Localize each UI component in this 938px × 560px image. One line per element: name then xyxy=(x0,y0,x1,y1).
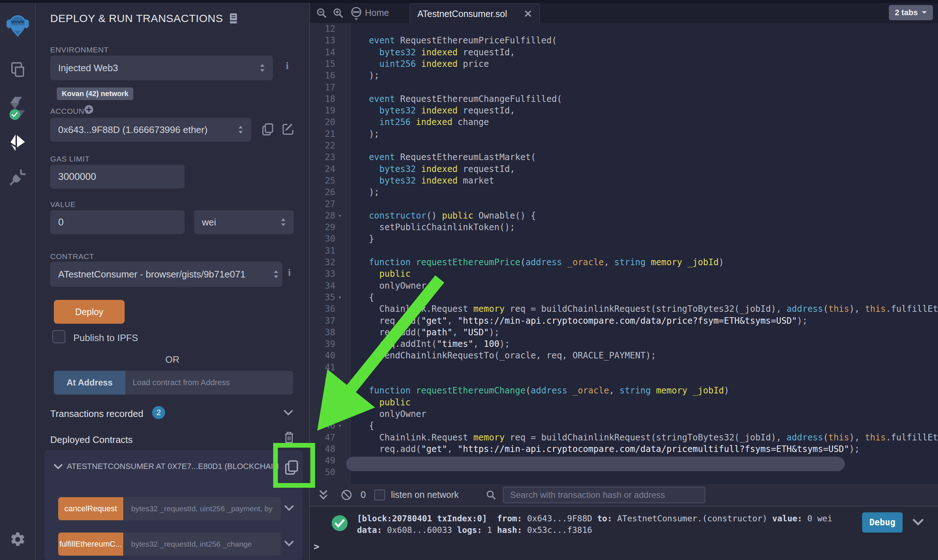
tx-log-line-1[interactable]: [block:20780401 txIndex:0] from: 0x643..… xyxy=(357,514,832,523)
instance-expand-chevron-icon[interactable] xyxy=(54,464,63,469)
value-input[interactable]: 0 xyxy=(50,210,185,234)
cancel-request-params-input[interactable]: bytes32 _requestId, uint256 _payment, by xyxy=(123,497,281,520)
environment-info-icon[interactable]: i xyxy=(286,60,289,72)
panel-title: DEPLOY & RUN TRANSACTIONS xyxy=(50,12,223,25)
value-amount: 0 xyxy=(58,217,64,228)
file-explorer-icon[interactable] xyxy=(0,61,35,80)
cancel-request-params: bytes32 _requestId, uint256 _payment, by xyxy=(131,505,272,513)
contract-label: CONTRACT xyxy=(50,252,94,261)
cancel-request-expand-chevron-icon[interactable] xyxy=(284,505,294,511)
tx-success-check-icon xyxy=(331,514,348,532)
deployed-contract-card: ATESTNETCONSUMER AT 0X7E7...E80D1 (BLOCK… xyxy=(45,450,303,560)
deploy-button[interactable]: Deploy xyxy=(54,300,125,324)
network-badge: Kovan (42) network xyxy=(57,88,133,100)
value-label: VALUE xyxy=(50,200,75,209)
environment-value: Injected Web3 xyxy=(58,63,118,74)
listen-network-checkbox[interactable] xyxy=(374,489,385,500)
copy-account-icon[interactable] xyxy=(260,122,275,137)
edit-account-icon[interactable] xyxy=(281,122,295,137)
select-updown-icon xyxy=(274,270,278,278)
contract-info-icon[interactable]: i xyxy=(288,267,291,278)
collapse-terminal-double-chevron-icon[interactable] xyxy=(319,489,328,500)
deploy-run-panel: DEPLOY & RUN TRANSACTIONS ENVIRONMENT In… xyxy=(36,3,310,560)
clear-deployed-trash-icon[interactable] xyxy=(284,431,294,444)
horizontal-scrollbar[interactable] xyxy=(346,457,845,471)
icon-sidebar xyxy=(0,3,36,560)
solidity-compiler-icon[interactable] xyxy=(0,96,35,117)
environment-label: ENVIRONMENT xyxy=(50,46,109,54)
code-lines[interactable]: 1213 event RequestEthereumPriceFulfilled… xyxy=(310,3,938,484)
search-icon xyxy=(486,489,497,500)
remix-logo-icon[interactable] xyxy=(0,13,35,40)
account-label: ACCOUNT xyxy=(50,107,89,115)
cancel-request-button[interactable]: cancelRequest xyxy=(58,497,123,520)
value-unit: wei xyxy=(202,217,216,228)
deploy-run-icon[interactable] xyxy=(0,134,35,152)
terminal-search-placeholder: Search with transaction hash or address xyxy=(510,490,665,500)
at-address-button[interactable]: At Address xyxy=(54,371,125,395)
transactions-count-badge: 2 xyxy=(152,406,165,419)
gas-limit-input[interactable]: 3000000 xyxy=(50,165,185,189)
annotation-highlight-box xyxy=(273,443,315,488)
terminal: 0 listen on network Search with transact… xyxy=(310,484,938,560)
select-updown-icon xyxy=(238,125,243,134)
transactions-recorded-label: Transactions recorded xyxy=(50,408,143,420)
at-address-placeholder: Load contract from Address xyxy=(132,378,230,387)
transactions-chevron-down-icon[interactable] xyxy=(284,410,293,415)
deployed-contracts-label: Deployed Contracts xyxy=(50,434,132,445)
contract-instance-title[interactable]: ATESTNETCONSUMER AT 0X7E7...E80D1 (BLOCK… xyxy=(67,462,278,471)
select-updown-icon xyxy=(260,64,265,72)
fulfill-ethereum-change-button[interactable]: fulfillEthereumC... xyxy=(58,532,123,556)
terminal-search-input[interactable]: Search with transaction hash or address xyxy=(503,487,705,503)
documentation-book-icon[interactable] xyxy=(229,13,238,24)
at-address-input[interactable]: Load contract from Address xyxy=(125,371,293,395)
log-expand-chevron-icon[interactable] xyxy=(913,519,924,525)
publish-ipfs-checkbox[interactable] xyxy=(52,330,65,343)
select-updown-icon xyxy=(281,218,286,226)
add-account-icon[interactable] xyxy=(84,105,94,114)
clear-console-ban-icon[interactable] xyxy=(341,489,352,500)
account-value: 0x643...9F88D (1.666673996 ether) xyxy=(58,124,208,135)
plugin-manager-icon[interactable] xyxy=(0,168,35,186)
fulfill-ethereum-change-params: bytes32 _requestId, int256 _change xyxy=(131,540,252,548)
debug-button[interactable]: Debug xyxy=(862,512,903,532)
listen-network-label: listen on network xyxy=(391,489,459,500)
contract-select[interactable]: ATestnetConsumer - browser/gists/9b71e07… xyxy=(50,262,282,287)
contract-value: ATestnetConsumer - browser/gists/9b71e07… xyxy=(58,269,245,280)
pending-tx-count: 0 xyxy=(361,489,366,500)
compile-success-badge-icon xyxy=(9,109,20,120)
panel-title-row: DEPLOY & RUN TRANSACTIONS xyxy=(50,12,238,25)
terminal-prompt[interactable]: > xyxy=(314,541,320,552)
gas-limit-label: GAS LIMIT xyxy=(50,155,89,163)
terminal-toolbar: 0 listen on network Search with transact… xyxy=(310,484,938,506)
window-top-strip xyxy=(0,0,938,3)
publish-ipfs-label: Publish to IPFS xyxy=(73,332,138,344)
gas-limit-value: 3000000 xyxy=(58,171,96,182)
settings-gear-icon[interactable] xyxy=(0,531,35,548)
account-select[interactable]: 0x643...9F88D (1.666673996 ether) xyxy=(50,118,251,142)
code-editor: Home ATestnetConsumer.sol ✕ 2 tabs 1213 … xyxy=(310,3,938,484)
or-separator: OR xyxy=(50,354,294,365)
tx-log-line-2[interactable]: data: 0x608...60033 logs: 1 hash: 0x53c.… xyxy=(357,525,592,535)
fulfill-expand-chevron-icon[interactable] xyxy=(284,540,294,546)
value-unit-select[interactable]: wei xyxy=(194,210,294,234)
remix-ide-window: DEPLOY & RUN TRANSACTIONS ENVIRONMENT In… xyxy=(0,0,938,560)
fulfill-ethereum-change-params-input[interactable]: bytes32 _requestId, int256 _change xyxy=(123,532,281,556)
environment-select[interactable]: Injected Web3 xyxy=(50,55,273,80)
